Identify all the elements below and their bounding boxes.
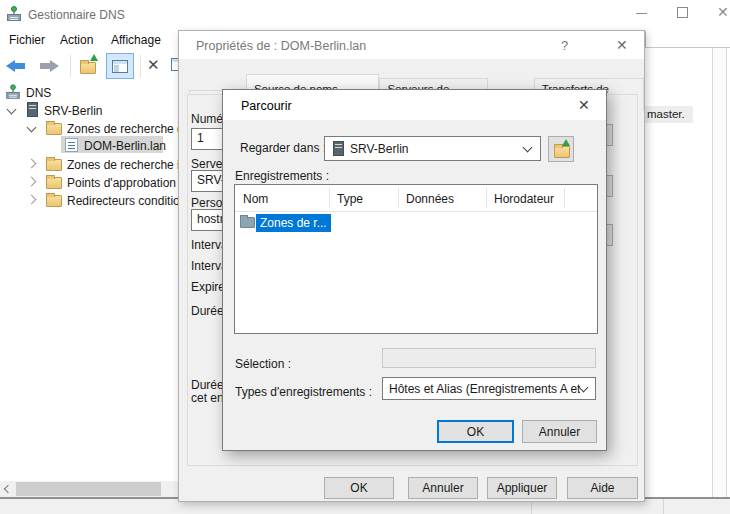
forward-icon[interactable] — [37, 60, 59, 72]
zones-folder-icon — [240, 217, 255, 228]
maximize-button[interactable] — [677, 7, 688, 18]
tree-item-trust-points[interactable]: Points d'approbation — [67, 176, 176, 190]
right-pane-vertical-scrollbar[interactable] — [712, 48, 727, 497]
delete-icon[interactable]: ✕ — [147, 58, 160, 73]
dns-manager-window: Gestionnaire DNS ✕ Fichier Action Affich… — [0, 0, 730, 514]
folder-icon — [46, 195, 62, 207]
selection-input[interactable] — [382, 348, 596, 368]
column-separator[interactable] — [564, 188, 565, 208]
folder-up-icon — [554, 146, 570, 158]
apply-button[interactable]: Appliquer — [487, 477, 557, 499]
ok-button[interactable]: OK — [324, 477, 394, 499]
properties-dialog-titlebar: Propriétés de : DOM-Berlin.lan ? ✕ — [179, 31, 644, 59]
scrollbar-thumb[interactable] — [16, 482, 161, 496]
toolbar-separator — [140, 55, 141, 77]
up-arrow-icon — [562, 139, 570, 146]
browse-ok-button[interactable]: OK — [437, 420, 514, 443]
folder-up-button[interactable] — [78, 54, 103, 78]
server-icon — [27, 102, 38, 117]
chevron-down-icon — [523, 142, 533, 152]
header-underline — [235, 211, 597, 212]
browse-cancel-button[interactable]: Annuler — [522, 420, 597, 443]
help-icon[interactable]: ? — [561, 38, 568, 53]
scroll-left-icon[interactable] — [4, 485, 12, 493]
look-in-label: Regarder dans : — [240, 141, 326, 155]
look-in-combobox[interactable]: SRV-Berlin — [324, 136, 541, 161]
records-label: Enregistrements : — [235, 169, 329, 183]
column-header-type[interactable]: Type — [337, 192, 363, 206]
menu-fichier[interactable]: Fichier — [5, 31, 49, 49]
close-dialog-icon[interactable]: ✕ — [616, 38, 628, 52]
folder-up-icon — [80, 62, 96, 74]
app-dns-icon — [7, 6, 21, 21]
browse-dialog-titlebar: Parcourir ✕ — [223, 90, 606, 120]
menu-action[interactable]: Action — [56, 31, 97, 49]
record-types-value: Hôtes et Alias (Enregistrements A et CN — [383, 382, 580, 396]
console-tree-icon — [112, 60, 128, 73]
chevron-down-icon — [579, 382, 589, 392]
tree-item-dns[interactable]: DNS — [26, 86, 51, 100]
tree-horizontal-scrollbar[interactable] — [0, 481, 178, 497]
column-separator[interactable] — [398, 188, 399, 208]
minimize-button[interactable] — [636, 13, 647, 14]
properties-dialog-title: Propriétés de : DOM-Berlin.lan — [196, 39, 366, 53]
up-one-level-button[interactable] — [548, 136, 574, 162]
pane-frame-line — [645, 31, 646, 47]
chevron-collapsed-icon[interactable] — [27, 195, 37, 205]
chevron-expanded-icon[interactable] — [27, 123, 37, 133]
server-icon — [333, 141, 344, 156]
folder-icon — [46, 123, 62, 135]
chevron-collapsed-icon[interactable] — [27, 177, 37, 187]
look-in-value: SRV-Berlin — [350, 142, 524, 156]
browse-dialog-title: Parcourir — [241, 99, 292, 113]
record-row-fragment: master. — [647, 108, 685, 120]
folder-icon — [46, 177, 62, 189]
cancel-button[interactable]: Annuler — [408, 477, 478, 499]
back-icon[interactable] — [6, 60, 28, 72]
tree-item-dom-berlin[interactable]: DOM-Berlin.lan — [84, 139, 166, 153]
background-column-line — [663, 499, 664, 514]
folder-icon — [46, 159, 62, 171]
zone-icon — [65, 138, 78, 152]
menu-affichage[interactable]: Affichage — [107, 31, 165, 49]
record-types-label: Types d'enregistrements : — [235, 385, 372, 399]
chevron-collapsed-icon[interactable] — [27, 159, 37, 169]
record-types-combobox[interactable]: Hôtes et Alias (Enregistrements A et CN — [382, 377, 596, 400]
close-window-button[interactable]: ✕ — [717, 5, 729, 19]
toolbar-separator — [70, 55, 71, 77]
chevron-expanded-icon[interactable] — [7, 105, 17, 115]
help-button[interactable]: Aide — [567, 477, 638, 499]
up-arrow-icon — [90, 54, 98, 61]
record-row-zones[interactable]: Zones de r... — [256, 214, 331, 232]
column-header-nom[interactable]: Nom — [243, 192, 268, 206]
tree-item-srv-berlin[interactable]: SRV-Berlin — [44, 104, 102, 118]
column-separator[interactable] — [486, 188, 487, 208]
column-header-donnees[interactable]: Données — [406, 192, 454, 206]
records-list[interactable]: Nom Type Données Horodateur Zones de r..… — [234, 184, 598, 334]
column-header-horodateur[interactable]: Horodateur — [494, 192, 554, 206]
column-separator[interactable] — [329, 188, 330, 208]
close-browse-icon[interactable]: ✕ — [578, 98, 590, 112]
tree-dns-icon — [6, 84, 19, 98]
selection-label: Sélection : — [235, 357, 291, 371]
browse-dialog: Parcourir ✕ Regarder dans : SRV-Berlin E… — [222, 89, 607, 451]
console-tree-toggle-button[interactable] — [106, 53, 134, 79]
window-title: Gestionnaire DNS — [28, 8, 125, 22]
